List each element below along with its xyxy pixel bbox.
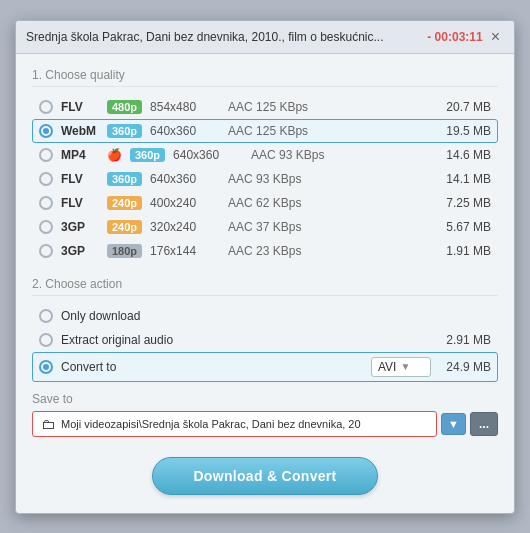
quality-radio xyxy=(39,220,53,234)
title-bar-right: - 00:03:11 × xyxy=(421,29,504,45)
quality-list: FLV480p854x480AAC 125 KBps20.7 MBWebM360… xyxy=(32,95,498,263)
audio-info: AAC 23 KBps xyxy=(228,244,431,258)
quality-row[interactable]: FLV360p640x360AAC 93 KBps14.1 MB xyxy=(32,167,498,191)
action-radio xyxy=(39,333,53,347)
save-path-text: Moji videozapisi\Srednja škola Pakrac, D… xyxy=(61,418,361,430)
quality-row[interactable]: FLV240p400x240AAC 62 KBps7.25 MB xyxy=(32,191,498,215)
quality-radio xyxy=(39,148,53,162)
file-size: 20.7 MB xyxy=(439,100,491,114)
download-convert-button[interactable]: Download & Convert xyxy=(152,457,377,495)
audio-info: AAC 93 KBps xyxy=(228,172,431,186)
title-bar: Srednja škola Pakrac, Dani bez dnevnika,… xyxy=(16,21,514,54)
quality-row[interactable]: MP4🍎360p640x360AAC 93 KBps14.6 MB xyxy=(32,143,498,167)
save-path-box: 🗀 Moji videozapisi\Srednja škola Pakrac,… xyxy=(32,411,437,437)
format-name: 3GP xyxy=(61,220,99,234)
resolution: 640x360 xyxy=(150,172,220,186)
dropdown-value: AVI xyxy=(378,360,396,374)
quality-radio xyxy=(39,100,53,114)
action-label: Only download xyxy=(61,309,491,323)
download-button-row: Download & Convert xyxy=(32,451,498,499)
folder-icon: 🗀 xyxy=(41,416,55,432)
audio-info: AAC 62 KBps xyxy=(228,196,431,210)
action-size: 24.9 MB xyxy=(439,360,491,374)
format-name: FLV xyxy=(61,100,99,114)
audio-info: AAC 37 KBps xyxy=(228,220,431,234)
action-radio xyxy=(39,360,53,374)
action-row[interactable]: Extract original audio2.91 MB xyxy=(32,328,498,352)
action-label: Convert to xyxy=(61,360,363,374)
resolution: 854x480 xyxy=(150,100,220,114)
file-size: 14.6 MB xyxy=(439,148,491,162)
main-dialog: Srednja škola Pakrac, Dani bez dnevnika,… xyxy=(15,20,515,514)
quality-badge: 240p xyxy=(107,220,142,234)
dialog-title: Srednja škola Pakrac, Dani bez dnevnika,… xyxy=(26,30,384,44)
quality-radio xyxy=(39,124,53,138)
resolution: 320x240 xyxy=(150,220,220,234)
file-size: 5.67 MB xyxy=(439,220,491,234)
resolution: 176x144 xyxy=(150,244,220,258)
dropdown-arrow-icon: ▼ xyxy=(400,361,410,372)
file-size: 14.1 MB xyxy=(439,172,491,186)
action-label: Extract original audio xyxy=(61,333,431,347)
quality-row[interactable]: 3GP240p320x240AAC 37 KBps5.67 MB xyxy=(32,215,498,239)
quality-row[interactable]: 3GP180p176x144AAC 23 KBps1.91 MB xyxy=(32,239,498,263)
action-radio xyxy=(39,309,53,323)
quality-badge: 360p xyxy=(107,172,142,186)
action-row[interactable]: Only download xyxy=(32,304,498,328)
file-size: 19.5 MB xyxy=(439,124,491,138)
format-name: 3GP xyxy=(61,244,99,258)
format-name: MP4 xyxy=(61,148,99,162)
save-path-dropdown-button[interactable]: ▼ xyxy=(441,413,466,435)
audio-info: AAC 93 KBps xyxy=(251,148,431,162)
save-to-label: Save to xyxy=(32,392,498,406)
audio-info: AAC 125 KBps xyxy=(228,124,431,138)
resolution: 400x240 xyxy=(150,196,220,210)
file-size: 1.91 MB xyxy=(439,244,491,258)
quality-badge: 180p xyxy=(107,244,142,258)
convert-format-dropdown[interactable]: AVI▼ xyxy=(371,357,431,377)
action-section: Only downloadExtract original audio2.91 … xyxy=(32,304,498,382)
action-size: 2.91 MB xyxy=(439,333,491,347)
quality-badge: 360p xyxy=(107,124,142,138)
quality-row[interactable]: WebM360p640x360AAC 125 KBps19.5 MB xyxy=(32,119,498,143)
apple-icon: 🍎 xyxy=(107,148,122,162)
save-path-browse-button[interactable]: ... xyxy=(470,412,498,436)
quality-badge: 240p xyxy=(107,196,142,210)
format-name: FLV xyxy=(61,172,99,186)
format-name: WebM xyxy=(61,124,99,138)
timer: - 00:03:11 xyxy=(427,30,482,44)
save-path-row: 🗀 Moji videozapisi\Srednja škola Pakrac,… xyxy=(32,411,498,437)
action-row[interactable]: Convert toAVI▼24.9 MB xyxy=(32,352,498,382)
close-button[interactable]: × xyxy=(487,29,504,45)
format-name: FLV xyxy=(61,196,99,210)
quality-badge: 480p xyxy=(107,100,142,114)
dialog-content: 1. Choose quality FLV480p854x480AAC 125 … xyxy=(16,54,514,513)
quality-radio xyxy=(39,172,53,186)
file-size: 7.25 MB xyxy=(439,196,491,210)
quality-radio xyxy=(39,196,53,210)
quality-radio xyxy=(39,244,53,258)
quality-badge: 360p xyxy=(130,148,165,162)
save-to-section: Save to 🗀 Moji videozapisi\Srednja škola… xyxy=(32,392,498,437)
quality-row[interactable]: FLV480p854x480AAC 125 KBps20.7 MB xyxy=(32,95,498,119)
audio-info: AAC 125 KBps xyxy=(228,100,431,114)
resolution: 640x360 xyxy=(150,124,220,138)
resolution: 640x360 xyxy=(173,148,243,162)
quality-section-label: 1. Choose quality xyxy=(32,68,498,87)
action-section-label: 2. Choose action xyxy=(32,277,498,296)
